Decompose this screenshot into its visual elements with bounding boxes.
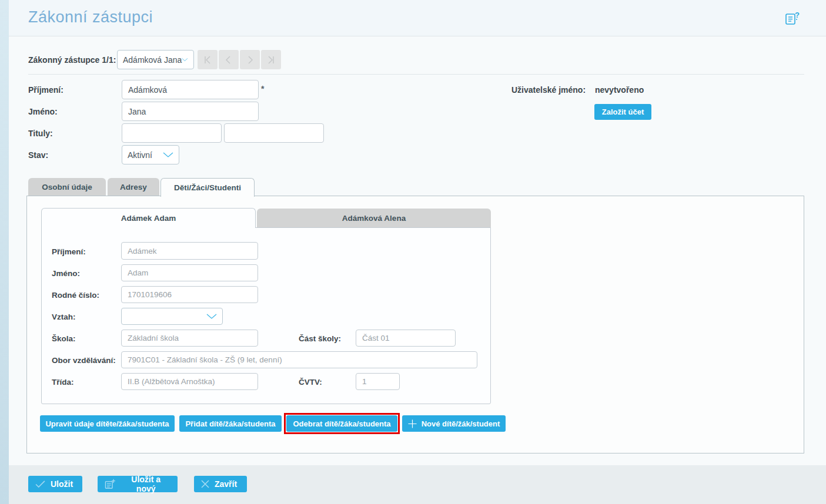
child-birthnumber-input[interactable] [121,286,258,303]
create-account-button[interactable]: Založit účet [594,104,651,120]
chevron-down-icon [206,314,217,319]
child-detail-panel [41,227,491,404]
help-icon[interactable]: ? [784,11,800,27]
close-button[interactable]: Zavřít [194,476,247,492]
child-school-input[interactable] [121,330,258,347]
child-birthnumber-label: Rodné číslo: [52,291,99,300]
child-field-input[interactable] [121,351,477,368]
child-class-label: Třída: [52,378,74,387]
edit-child-button[interactable]: Upravit údaje dítěte/žáka/studenta [40,415,175,432]
child-surname-label: Příjmení: [52,247,86,256]
username-label: Uživatelské jméno: [511,85,586,95]
next-record-button[interactable] [240,50,260,69]
title-before-input[interactable] [122,123,222,143]
child-relation-label: Vztah: [52,313,76,321]
surname-label: Příjmení: [28,85,63,95]
remove-child-button[interactable]: Odebrat dítě/žáka/studenta [286,415,397,432]
save-and-new-button-label: Uložit a nový [121,475,170,493]
plus-icon [408,419,417,428]
document-plus-icon [105,479,116,489]
chevron-down-icon [182,57,188,62]
child-field-label: Obor vzdělávání: [52,356,116,365]
surname-input[interactable] [122,80,259,99]
tab-addresses[interactable]: Adresy [108,178,159,196]
child-relation-select[interactable] [121,308,223,325]
selector-divider [28,74,804,75]
new-child-button[interactable]: Nové dítě/žák/student [402,415,506,432]
first-page-icon [203,56,212,64]
tab-children-students[interactable]: Děti/Žáci/Studenti [160,178,255,197]
firstname-label: Jméno: [28,107,58,116]
first-record-button[interactable] [198,50,218,69]
status-label: Stav: [28,150,48,160]
svg-text:?: ? [795,11,800,19]
child-tab-adamek-adam[interactable]: Adámek Adam [41,208,256,228]
guardian-select[interactable]: Adámková Jana [117,50,194,69]
save-button[interactable]: Uložit [28,476,82,492]
firstname-input[interactable] [122,102,259,121]
close-button-label: Zavřít [215,479,237,489]
guardian-editor-page: Zákonní zástupci ? Zákonný zástupce 1/1:… [0,0,826,504]
title-after-input[interactable] [224,123,324,143]
child-cvtv-input[interactable] [356,373,400,390]
chevron-down-icon [163,152,173,157]
save-button-label: Uložit [51,479,73,489]
status-select[interactable]: Aktivní [122,145,179,164]
checkmark-icon [35,481,45,488]
save-and-new-button[interactable]: Uložit a nový [98,476,178,492]
last-page-icon [267,56,275,64]
child-schoolpart-label: Část školy: [299,334,341,343]
previous-record-button[interactable] [219,50,239,69]
child-firstname-label: Jméno: [52,269,80,278]
child-schoolpart-input[interactable] [356,330,456,347]
child-tab-adamkova-alena[interactable]: Adámková Alena [257,209,491,228]
add-child-button[interactable]: Přidat dítě/žáka/studenta [179,415,282,432]
last-record-button[interactable] [261,50,281,69]
left-edge-strip [0,0,9,504]
guardian-select-value: Adámková Jana [123,55,182,65]
page-title: Zákonní zástupci [28,8,153,26]
child-school-label: Škola: [52,334,76,343]
guardian-selector-label: Zákonný zástupce 1/1: [28,55,116,65]
help-doc-question-icon: ? [784,11,800,27]
child-class-input[interactable] [121,373,258,390]
required-mark: * [261,84,264,93]
status-select-value: Aktivní [128,150,152,160]
child-surname-input[interactable] [121,242,258,260]
username-value: nevytvořeno [595,85,644,95]
titles-label: Tituly: [28,129,53,138]
child-cvtv-label: ČVTV: [299,378,322,387]
close-icon [201,480,209,488]
chevron-left-icon [225,56,233,64]
header-divider [9,36,826,36]
new-child-button-label: Nové dítě/žák/student [422,419,500,428]
tab-personal-data[interactable]: Osobní údaje [28,178,106,196]
child-firstname-input[interactable] [121,264,258,281]
chevron-right-icon [246,56,254,64]
